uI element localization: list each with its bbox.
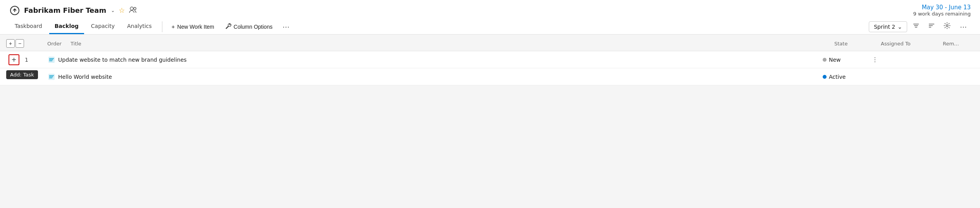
table-header-row: + − Order Title State Assigned To Rem...: [0, 36, 980, 51]
svg-rect-12: [49, 59, 53, 60]
settings-button[interactable]: [940, 20, 954, 33]
svg-rect-15: [49, 75, 54, 76]
table-area: + − Order Title State Assigned To Rem...…: [0, 36, 980, 85]
tab-analytics[interactable]: Analytics: [122, 19, 157, 34]
work-item-icon-1: [48, 56, 55, 63]
sprint-dropdown[interactable]: Sprint 2 ⌄: [869, 21, 907, 32]
col-header-remaining: Rem...: [943, 41, 974, 47]
svg-rect-17: [49, 78, 52, 78]
row-state-1: New: [823, 57, 869, 63]
sort-button[interactable]: [925, 20, 938, 33]
table-row-2: Hello World website Active: [0, 68, 980, 85]
nav-left: Taskboard Backlog Capacity Analytics: [9, 19, 157, 34]
new-work-item-button[interactable]: + New Work Item: [167, 21, 219, 32]
favorite-icon[interactable]: ☆: [119, 6, 125, 14]
svg-rect-13: [49, 61, 52, 61]
team-dropdown-icon[interactable]: ⌄: [111, 8, 115, 13]
expand-controls: + −: [6, 39, 24, 48]
row-title-text-1: Update website to match new brand guidel…: [58, 57, 187, 63]
new-work-item-label: New Work Item: [177, 24, 214, 30]
row-actions-1[interactable]: ⋮: [869, 56, 881, 63]
col-header-state: State: [834, 41, 881, 47]
team-header: Fabrikam Fiber Team ⌄ ☆ May 30 - June 13…: [9, 4, 971, 19]
col-header-order: Order: [47, 41, 71, 47]
row-title-text-2: Hello World website: [58, 74, 112, 80]
sprint-info: May 30 - June 13 9 work days remaining: [913, 4, 971, 17]
expand-all-button[interactable]: +: [6, 39, 15, 48]
row-state-2: Active: [823, 74, 869, 80]
state-dot-1: [823, 58, 827, 62]
tab-taskboard[interactable]: Taskboard: [9, 19, 48, 34]
tab-backlog[interactable]: Backlog: [49, 19, 84, 34]
row-title-1: Update website to match new brand guidel…: [48, 56, 823, 63]
col-header-title: Title: [71, 41, 834, 47]
add-task-tooltip: Add: Task: [6, 70, 38, 79]
nav-right: Sprint 2 ⌄: [869, 20, 971, 33]
table-row: + Add: Task 1 Update website to match ne…: [0, 51, 980, 68]
tab-capacity[interactable]: Capacity: [86, 19, 120, 34]
state-label-1: New: [829, 57, 841, 63]
nav-bar: Taskboard Backlog Capacity Analytics + N…: [9, 19, 971, 34]
row-add-area-1: + Add: Task: [6, 54, 22, 65]
svg-point-1: [130, 7, 133, 10]
add-task-button[interactable]: +: [9, 54, 19, 65]
row-order-1: 1: [25, 57, 48, 63]
row-title-2: Hello World website: [48, 73, 823, 80]
nav-divider: [162, 21, 162, 32]
filter-button[interactable]: [909, 20, 923, 33]
nav-more-button[interactable]: ⋯: [279, 20, 293, 33]
sprint-days: 9 work days remaining: [913, 11, 971, 17]
work-item-icon-2: [48, 73, 55, 80]
svg-rect-16: [49, 76, 53, 77]
state-label-2: Active: [829, 74, 846, 80]
nav-actions: + New Work Item Column Options ⋯: [167, 20, 294, 33]
top-bar: Fabrikam Fiber Team ⌄ ☆ May 30 - June 13…: [0, 0, 980, 35]
team-icon: [9, 5, 20, 16]
svg-point-9: [946, 25, 948, 27]
sprint-dates: May 30 - June 13: [913, 4, 971, 11]
col-header-assigned: Assigned To: [881, 41, 943, 47]
toolbar-more-button[interactable]: ⋯: [956, 20, 971, 33]
plus-icon: +: [172, 23, 175, 30]
collapse-all-button[interactable]: −: [16, 39, 24, 48]
members-icon[interactable]: [129, 6, 137, 15]
svg-rect-11: [49, 58, 54, 59]
column-options-label: Column Options: [234, 24, 272, 30]
sprint-dropdown-label: Sprint 2: [874, 24, 895, 30]
state-dot-2: [823, 75, 827, 79]
sprint-dropdown-chevron: ⌄: [897, 24, 902, 30]
team-left: Fabrikam Fiber Team ⌄ ☆: [9, 5, 137, 16]
svg-point-2: [134, 7, 136, 10]
wrench-icon: [225, 23, 231, 30]
team-name: Fabrikam Fiber Team: [24, 6, 106, 14]
column-options-button[interactable]: Column Options: [220, 21, 277, 33]
